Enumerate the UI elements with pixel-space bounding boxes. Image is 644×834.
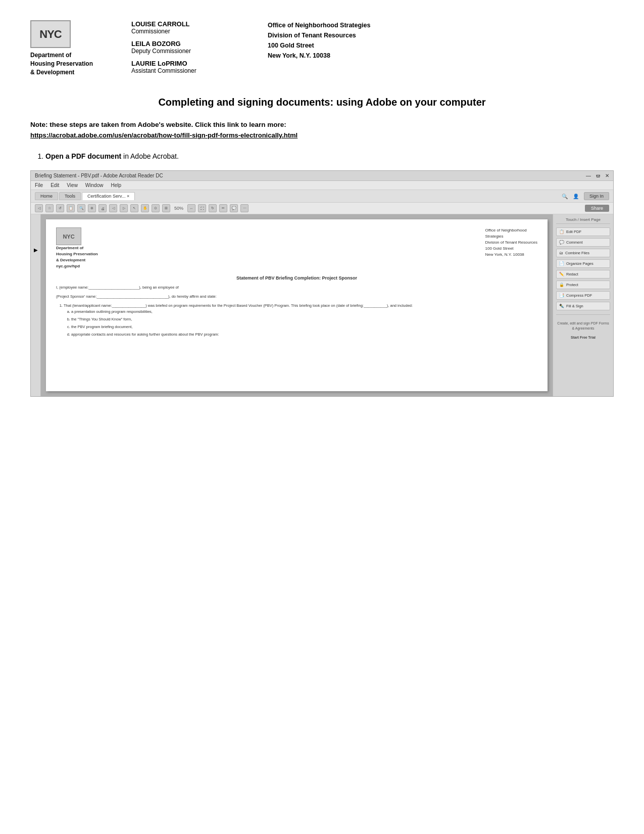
sign-in-button[interactable]: Sign In (584, 192, 609, 200)
search-small-icon[interactable]: 🔍 (77, 204, 85, 212)
pdf-list-item-1: That (tenant/applicant name:____________… (64, 303, 537, 337)
edit-icon[interactable]: ✏ (219, 204, 227, 212)
comment-icon[interactable]: 💬 (230, 204, 238, 212)
user-icon[interactable]: 👤 (573, 194, 579, 199)
note-section: Note: these steps are taken from Adobe's… (30, 121, 614, 140)
panel-redact[interactable]: ✏️ Redact (556, 270, 610, 279)
official-1-title: Commissioner (131, 28, 247, 35)
panel-footer-1: Create, edit and sign PDF Forms & Agreem… (556, 321, 610, 331)
pdf-page-header: NYC Department ofHousing Preservation& D… (56, 227, 537, 269)
official-1: LOUISE CARROLL Commissioner (131, 20, 247, 35)
panel-comment[interactable]: 💬 Comment (556, 238, 610, 247)
nyc-logo: NYC (30, 20, 71, 48)
pdf-page: NYC Department ofHousing Preservation& D… (46, 219, 548, 391)
panel-compress[interactable]: 📑 Compress PDF (556, 291, 610, 300)
nav-back-icon[interactable]: ◁ (35, 204, 43, 212)
arrow1-icon[interactable]: ◁ (109, 204, 117, 212)
pdf-sub-item-b: the "Things You Should Know" form, (71, 316, 537, 322)
officials-section: LOUISE CARROLL Commissioner LEILA BOZORG… (131, 20, 247, 76)
edit-pdf-icon: 📋 (559, 229, 564, 234)
logo-section: NYC Department ofHousing Preservation& D… (30, 20, 111, 76)
arrow2-icon[interactable]: ▷ (120, 204, 128, 212)
star-icon[interactable]: ☆ (45, 204, 54, 212)
compress-icon: 📑 (559, 293, 564, 298)
step-1: Open a PDF document in Adobe Acrobat. (45, 152, 614, 160)
close-icon[interactable]: ✕ (605, 173, 609, 178)
page-header: NYC Department ofHousing Preservation& D… (30, 20, 614, 76)
pdf-body-line2: (Project Sponsor' name:_________________… (56, 294, 537, 300)
logo-text: NYC (39, 28, 61, 41)
panel-divider (556, 314, 610, 315)
official-2-title: Deputy Commissioner (131, 48, 247, 55)
organize-icon: 📄 (559, 261, 564, 266)
maximize-icon[interactable]: ϖ (596, 173, 600, 178)
tab-home[interactable]: Home (35, 192, 58, 200)
office-section: Office of Neighborhood Strategies Divisi… (268, 20, 371, 61)
adobe-mockup: Briefing Statement - PBV.pdf - Adobe Acr… (30, 170, 614, 397)
adobe-toolbar[interactable]: Home Tools Certification Serv... × 🔍 👤 S… (31, 190, 613, 203)
adobe-content: NYC Department ofHousing Preservation& D… (41, 214, 553, 396)
dept-name: Department ofHousing Preservation& Devel… (30, 51, 93, 76)
circle-icon[interactable]: ⊙ (152, 204, 160, 212)
minimize-icon[interactable]: — (586, 173, 591, 178)
panel-combine[interactable]: 🗂 Combine Files (556, 249, 610, 257)
pdf-dept: Department ofHousing Preservation& Devel… (56, 245, 98, 269)
tab-tools[interactable]: Tools (59, 192, 81, 200)
pdf-sub-item-a: a presentation outlining program respons… (71, 309, 537, 314)
page-title: Completing and signing documents: using … (30, 97, 614, 108)
office-line4: New York, N.Y. 10038 (268, 52, 330, 59)
left-nav-arrow[interactable]: ▶ (34, 247, 38, 253)
rotate-icon[interactable]: ↻ (209, 204, 217, 212)
pdf-body-line1: I, (employee name:______________________… (56, 285, 537, 291)
menu-view[interactable]: View (67, 182, 78, 188)
comment-panel-icon: 💬 (559, 240, 564, 245)
menu-edit[interactable]: Edit (51, 182, 59, 188)
zoom-value: 50% (174, 206, 183, 211)
panel-organize[interactable]: 📄 Organize Pages (556, 259, 610, 268)
menu-help[interactable]: Help (111, 182, 121, 188)
step-1-suffix: in Adobe Acrobat. (121, 152, 179, 160)
tab-certification[interactable]: Certification Serv... × (82, 192, 135, 200)
refresh-icon[interactable]: ↺ (56, 204, 64, 212)
fullscreen-icon[interactable]: ⛶ (198, 204, 206, 212)
panel-fill-sign[interactable]: ✒️ Fill & Sign (556, 302, 610, 310)
hand-icon[interactable]: ✋ (141, 204, 149, 212)
titlebar-title: Briefing Statement - PBV.pdf - Adobe Acr… (35, 173, 163, 178)
panel-edit-pdf[interactable]: 📋 Edit PDF (556, 227, 610, 236)
fit-icon[interactable]: ↔ (187, 204, 195, 212)
step-1-bold: Open a PDF document (45, 152, 121, 160)
office-line3: 100 Gold Street (268, 42, 314, 49)
search-icon[interactable]: 🔍 (562, 194, 568, 199)
grid-icon[interactable]: ⊞ (162, 204, 170, 212)
pdf-body: I, (employee name:______________________… (56, 285, 537, 337)
protect-icon: 🔒 (559, 283, 564, 287)
note-link[interactable]: https://acrobat.adobe.com/us/en/acrobat/… (30, 131, 298, 139)
adobe-body: ▶ NYC Department ofHousing Preservation&… (31, 214, 613, 396)
fill-sign-icon: ✒️ (559, 304, 564, 308)
menu-file[interactable]: File (35, 182, 43, 188)
titlebar-controls[interactable]: — ϖ ✕ (586, 173, 609, 178)
office-line2: Division of Tenant Resources (268, 32, 356, 39)
menu-window[interactable]: Window (85, 182, 104, 188)
copy-icon[interactable]: 📋 (67, 204, 75, 212)
share-button[interactable]: Share (585, 205, 609, 212)
adobe-titlebar: Briefing Statement - PBV.pdf - Adobe Acr… (31, 171, 613, 181)
adobe-menubar[interactable]: File Edit View Window Help (31, 181, 613, 190)
pdf-logo: NYC (56, 227, 81, 245)
more-icon[interactable]: ⋯ (240, 204, 249, 212)
toolbar-tabs[interactable]: Home Tools Certification Serv... × (35, 192, 135, 200)
official-2: LEILA BOZORG Deputy Commissioner (131, 40, 247, 55)
panel-footer-2[interactable]: Start Free Trial (556, 335, 610, 340)
redact-icon: ✏️ (559, 272, 564, 276)
adobe-icons-row[interactable]: ◁ ☆ ↺ 📋 🔍 ⊕ 🖨 ◁ ▷ ↖ ✋ ⊙ ⊞ 50% ↔ ⛶ ↻ ✏ 💬 … (31, 203, 613, 214)
zoom-icon[interactable]: ⊕ (88, 204, 96, 212)
select-icon[interactable]: ↖ (130, 204, 138, 212)
combine-icon: 🗂 (559, 251, 563, 255)
panel-protect[interactable]: 🔒 Protect (556, 281, 610, 289)
print-icon[interactable]: 🖨 (98, 204, 107, 212)
official-3: LAURIE LoPRIMO Assistant Commissioner (131, 60, 247, 74)
note-text: Note: these steps are taken from Adobe's… (30, 121, 614, 128)
pdf-sub-item-c: the PBV program briefing document, (71, 324, 537, 330)
pdf-main-list: That (tenant/applicant name:____________… (64, 303, 537, 337)
steps-list: Open a PDF document in Adobe Acrobat. (45, 152, 614, 160)
